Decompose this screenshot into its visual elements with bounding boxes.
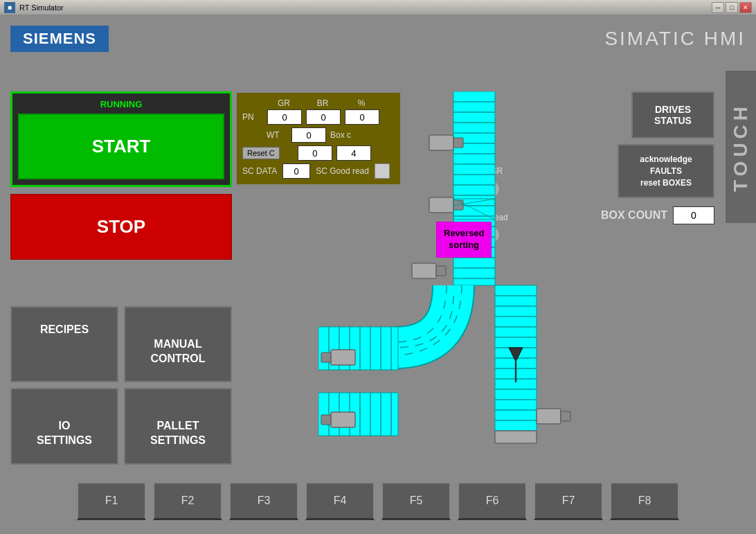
fkey-f8[interactable]: F8: [610, 482, 679, 520]
fkey-f5[interactable]: F5: [381, 482, 451, 520]
siemens-logo: SIEMENS: [10, 26, 109, 52]
fkey-f2[interactable]: F2: [153, 482, 222, 520]
main-panel: SIEMENS SIMATIC HMI TOUCH RUNNING START …: [0, 15, 756, 534]
svg-rect-47: [321, 415, 331, 425]
io-settings-button[interactable]: IO SETTINGS: [10, 388, 118, 464]
box-count-input[interactable]: [673, 206, 714, 224]
stop-button[interactable]: STOP: [10, 194, 232, 260]
pn-gr-input[interactable]: [267, 109, 302, 125]
start-button[interactable]: START: [18, 114, 224, 179]
svg-rect-26: [412, 263, 436, 278]
sc-data-input[interactable]: [282, 163, 310, 179]
header: SIEMENS SIMATIC HMI: [10, 26, 746, 52]
running-label: RUNNING: [18, 99, 224, 109]
close-button[interactable]: ✕: [739, 2, 752, 13]
left-panel: RUNNING START STOP: [10, 91, 232, 260]
recipes-button[interactable]: RECIPES: [10, 306, 118, 382]
fkey-f6[interactable]: F6: [458, 482, 527, 520]
conveyor-area: [318, 91, 651, 445]
svg-rect-20: [453, 138, 463, 148]
wt-label: WT: [267, 130, 287, 140]
reversed-sorting-label: Reversed sorting: [436, 222, 492, 258]
titlebar: ■ RT Simulator ─ □ ✕: [0, 0, 756, 15]
conveyor-svg: [318, 91, 651, 445]
reset-c-button[interactable]: Reset C: [242, 147, 280, 159]
touch-label: TOUCH: [726, 71, 756, 223]
svg-rect-21: [429, 197, 453, 213]
svg-rect-36: [331, 350, 355, 365]
svg-rect-63: [537, 409, 561, 424]
function-keys: F1F2F3F4F5F6F7F8: [10, 482, 746, 520]
pallet-settings-button[interactable]: PALLET SETTINGS: [124, 388, 232, 464]
svg-rect-19: [429, 135, 453, 150]
svg-rect-37: [321, 353, 331, 362]
svg-rect-46: [331, 412, 355, 427]
window-title: RT Simulator: [19, 3, 712, 12]
manual-control-button[interactable]: MANUAL CONTROL: [124, 306, 232, 382]
svg-rect-65: [495, 431, 537, 443]
pn-label: PN: [242, 112, 263, 122]
fkey-f4[interactable]: F4: [305, 482, 375, 520]
fkey-f3[interactable]: F3: [229, 482, 298, 520]
svg-rect-64: [561, 411, 570, 421]
col-gr: GR: [267, 98, 301, 108]
nav-buttons: RECIPES MANUAL CONTROL IO SETTINGS PALLE…: [10, 306, 232, 465]
running-block: RUNNING START: [10, 91, 232, 187]
motor-curve: [412, 263, 446, 278]
minimize-button[interactable]: ─: [712, 2, 724, 13]
motor-right-bottom: [537, 409, 570, 424]
hmi-title: SIMATIC HMI: [604, 28, 746, 50]
sc-data-label: SC DATA: [242, 166, 277, 176]
app-icon: ■: [4, 2, 15, 13]
fkey-f7[interactable]: F7: [534, 482, 603, 520]
maximize-button[interactable]: □: [726, 2, 738, 13]
window-controls: ─ □ ✕: [712, 2, 752, 13]
svg-rect-27: [436, 266, 446, 276]
fkey-f1[interactable]: F1: [77, 482, 146, 520]
